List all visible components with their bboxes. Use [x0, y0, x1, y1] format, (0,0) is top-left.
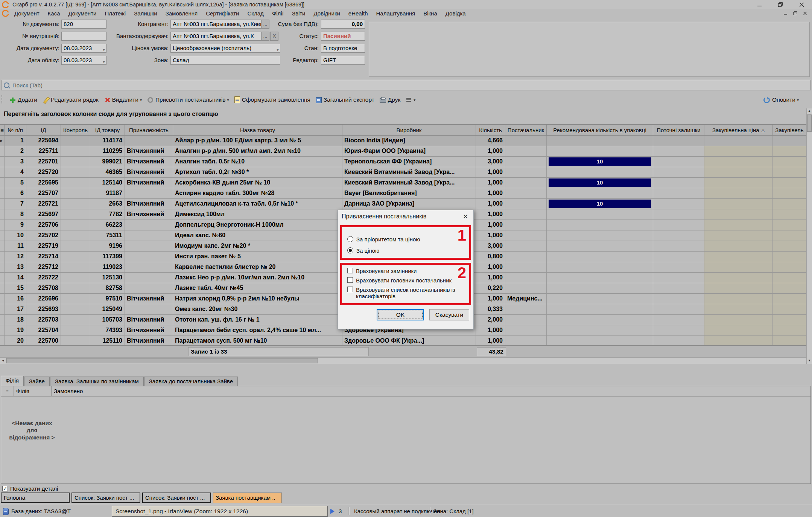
cell-stock[interactable]	[653, 294, 704, 304]
table-row[interactable]: 5225695125140ВітчизнянийАскорбинка-КВ ды…	[0, 178, 806, 188]
cell-qty[interactable]: 1,000	[476, 199, 505, 209]
cell-id[interactable]: 225711	[26, 146, 61, 157]
cell-item_id[interactable]: 9196	[90, 241, 125, 252]
cell-stock[interactable]	[653, 315, 704, 325]
cell-supplier[interactable]	[505, 336, 547, 345]
cell-id[interactable]: 225693	[26, 304, 61, 315]
cell-control[interactable]	[61, 262, 90, 273]
cell-qty[interactable]: 0,333	[476, 304, 505, 315]
cell-rec[interactable]	[547, 262, 653, 273]
menu-item[interactable]: Звіти	[288, 10, 310, 17]
cell-n[interactable]: 12	[5, 252, 26, 262]
gear-button[interactable]: Присвоїти постачальників▾	[144, 95, 232, 104]
cell-supplier[interactable]	[505, 136, 547, 146]
cell-price[interactable]	[704, 262, 773, 273]
cell-price2[interactable]	[773, 262, 806, 273]
cell-price2[interactable]	[773, 304, 806, 315]
cell-item_id[interactable]: 125049	[90, 304, 125, 315]
cell-id[interactable]: 225701	[26, 157, 61, 167]
cell-supplier[interactable]	[505, 262, 547, 273]
cell-gutter[interactable]	[0, 241, 5, 252]
doc-date-input[interactable]: 08.03.2023▾	[61, 44, 106, 53]
cell-rec[interactable]	[547, 273, 653, 283]
cell-maker[interactable]: Biocon India [Индия]	[342, 136, 476, 146]
cell-maker[interactable]: Тернопольская ФФ [Украина]	[342, 157, 476, 167]
cell-control[interactable]	[61, 315, 90, 325]
cell-gutter[interactable]	[0, 262, 5, 273]
cell-rec[interactable]	[547, 315, 653, 325]
cell-rec[interactable]	[547, 304, 653, 315]
cell-item_id[interactable]: 75311	[90, 230, 125, 241]
cell-rec[interactable]	[547, 146, 653, 157]
cell-item_id[interactable]: 119023	[90, 262, 125, 273]
cell-rec[interactable]	[547, 188, 653, 199]
cell-origin[interactable]: Вітчизняний	[125, 336, 173, 345]
mdi-close-icon[interactable]	[800, 10, 810, 17]
column-header-stock[interactable]: Поточні залишки	[653, 125, 704, 135]
cell-item_id[interactable]: 97510	[90, 294, 125, 304]
cell-origin[interactable]: Вітчизняний	[125, 294, 173, 304]
cell-n[interactable]: 3	[5, 157, 26, 167]
account-date-input[interactable]: 08.03.2023▾	[61, 56, 106, 65]
table-row[interactable]: ▸1225694114174Айлар р-р д/ин. 100 ЕД/мл …	[0, 136, 806, 146]
cell-item_id[interactable]: 999021	[90, 157, 125, 167]
cell-stock[interactable]	[653, 209, 704, 220]
cell-supplier[interactable]	[505, 209, 547, 220]
vertical-scrollbar[interactable]: ▲ ▼	[806, 108, 812, 364]
search-bar[interactable]: Поиск (Tab)	[1, 80, 811, 90]
cell-stock[interactable]	[653, 146, 704, 157]
checkbox-option[interactable]: Враховувати головних постачальник	[347, 277, 452, 284]
cell-n[interactable]: 19	[5, 325, 26, 336]
cell-name[interactable]: Омез капс. 20мг №30	[173, 304, 342, 315]
table-row[interactable]: 20225700125110ВітчизнянийПарацетамол сус…	[0, 336, 806, 345]
cell-control[interactable]	[61, 230, 90, 241]
cell-stock[interactable]	[653, 178, 704, 188]
table-row[interactable]: 422572046365ВітчизнянийАртихол табл. 0,2…	[0, 167, 806, 178]
cell-supplier[interactable]	[505, 304, 547, 315]
cell-supplier[interactable]	[505, 283, 547, 294]
cell-rec[interactable]	[547, 294, 653, 304]
cell-control[interactable]	[61, 252, 90, 262]
menu-item[interactable]: Склад	[243, 10, 268, 17]
cell-qty[interactable]: 4,666	[476, 136, 505, 146]
cell-control[interactable]	[61, 294, 90, 304]
cell-control[interactable]	[61, 188, 90, 199]
cell-item_id[interactable]: 125110	[90, 336, 125, 345]
cell-price[interactable]	[704, 283, 773, 294]
mdi-minimize-icon[interactable]	[780, 10, 790, 17]
column-header-rec[interactable]: Рекомендована кількість в упаковці	[547, 125, 653, 135]
detail-tab[interactable]: Філія	[1, 376, 24, 386]
column-header-id[interactable]: ІД	[26, 125, 61, 135]
menu-item[interactable]: Сертифікати	[202, 10, 243, 17]
cell-id[interactable]: 225697	[26, 209, 61, 220]
cell-supplier[interactable]	[505, 199, 547, 209]
cell-stock[interactable]	[653, 325, 704, 336]
cell-rec[interactable]	[547, 209, 653, 220]
horizontal-scrollbar[interactable]: ◂ ▸	[0, 357, 812, 364]
cell-gutter[interactable]	[0, 304, 5, 315]
cell-name[interactable]: Аналгин р-р д/ин. 500 мг/мл амп. 2мл №10	[173, 146, 342, 157]
cell-price2[interactable]	[773, 199, 806, 209]
dialog-title-bar[interactable]: Привласнення постачальників ✕	[338, 210, 473, 223]
cell-stock[interactable]	[653, 188, 704, 199]
cell-stock[interactable]	[653, 304, 704, 315]
cell-supplier[interactable]	[505, 178, 547, 188]
cell-gutter[interactable]	[0, 220, 5, 230]
menu-item[interactable]: Довідка	[441, 10, 470, 17]
cell-name[interactable]: Идеал капс. №60	[173, 230, 342, 241]
cell-name[interactable]: Карвелис пастилки блистер № 20	[173, 262, 342, 273]
cell-item_id[interactable]: 7782	[90, 209, 125, 220]
cell-price[interactable]	[704, 199, 773, 209]
cell-item_id[interactable]: 114174	[90, 136, 125, 146]
cell-supplier[interactable]	[505, 157, 547, 167]
cancel-button[interactable]: Скасувати	[429, 309, 469, 320]
cell-origin[interactable]	[125, 136, 173, 146]
cell-price2[interactable]	[773, 252, 806, 262]
show-details-toggle[interactable]: ✓ Показувати деталі	[2, 485, 58, 492]
cell-qty[interactable]: 1,000	[476, 178, 505, 188]
cell-rec[interactable]	[547, 336, 653, 345]
menu-item[interactable]: Налаштування	[372, 10, 420, 17]
column-header-price[interactable]: Закупівельна ціна△	[704, 125, 773, 135]
cell-supplier[interactable]: Медицинс...	[505, 294, 547, 304]
chevron-down-icon[interactable]: ▾	[227, 98, 229, 102]
